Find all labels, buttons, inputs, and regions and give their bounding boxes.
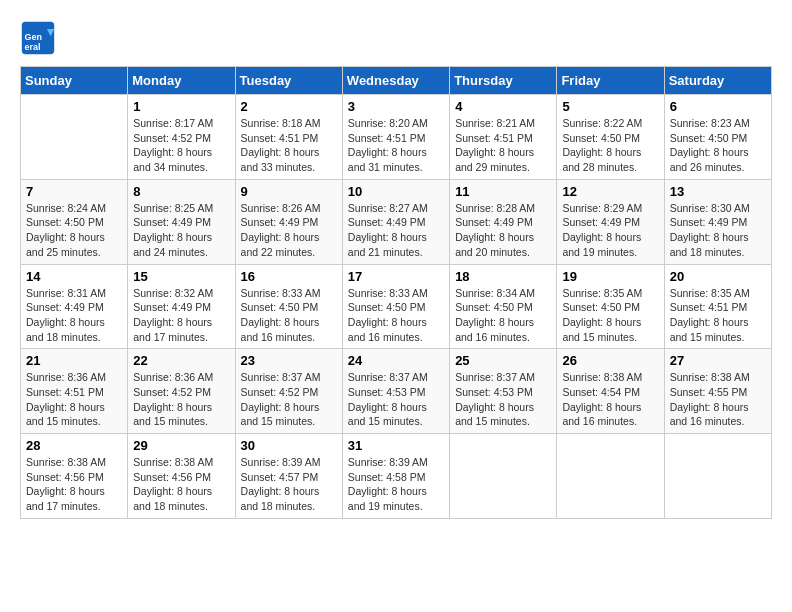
header-day-monday: Monday <box>128 67 235 95</box>
calendar-cell: 16Sunrise: 8:33 AMSunset: 4:50 PMDayligh… <box>235 264 342 349</box>
calendar-cell: 20Sunrise: 8:35 AMSunset: 4:51 PMDayligh… <box>664 264 771 349</box>
calendar-cell: 8Sunrise: 8:25 AMSunset: 4:49 PMDaylight… <box>128 179 235 264</box>
day-info: Sunrise: 8:33 AMSunset: 4:50 PMDaylight:… <box>348 286 444 345</box>
day-info: Sunrise: 8:36 AMSunset: 4:52 PMDaylight:… <box>133 370 229 429</box>
day-info: Sunrise: 8:34 AMSunset: 4:50 PMDaylight:… <box>455 286 551 345</box>
day-number: 17 <box>348 269 444 284</box>
calendar-cell: 24Sunrise: 8:37 AMSunset: 4:53 PMDayligh… <box>342 349 449 434</box>
header-day-sunday: Sunday <box>21 67 128 95</box>
calendar-cell: 1Sunrise: 8:17 AMSunset: 4:52 PMDaylight… <box>128 95 235 180</box>
day-number: 26 <box>562 353 658 368</box>
day-number: 22 <box>133 353 229 368</box>
day-info: Sunrise: 8:38 AMSunset: 4:54 PMDaylight:… <box>562 370 658 429</box>
day-number: 25 <box>455 353 551 368</box>
calendar-cell: 29Sunrise: 8:38 AMSunset: 4:56 PMDayligh… <box>128 434 235 519</box>
svg-text:eral: eral <box>25 42 41 52</box>
calendar-week-1: 1Sunrise: 8:17 AMSunset: 4:52 PMDaylight… <box>21 95 772 180</box>
day-number: 3 <box>348 99 444 114</box>
calendar-cell: 14Sunrise: 8:31 AMSunset: 4:49 PMDayligh… <box>21 264 128 349</box>
day-number: 10 <box>348 184 444 199</box>
day-info: Sunrise: 8:37 AMSunset: 4:53 PMDaylight:… <box>348 370 444 429</box>
header-row: SundayMondayTuesdayWednesdayThursdayFrid… <box>21 67 772 95</box>
day-number: 7 <box>26 184 122 199</box>
logo-icon: Gen eral <box>20 20 56 56</box>
header-day-wednesday: Wednesday <box>342 67 449 95</box>
header-day-tuesday: Tuesday <box>235 67 342 95</box>
calendar-cell <box>21 95 128 180</box>
calendar-cell: 19Sunrise: 8:35 AMSunset: 4:50 PMDayligh… <box>557 264 664 349</box>
day-number: 30 <box>241 438 337 453</box>
calendar-cell: 2Sunrise: 8:18 AMSunset: 4:51 PMDaylight… <box>235 95 342 180</box>
calendar-cell: 15Sunrise: 8:32 AMSunset: 4:49 PMDayligh… <box>128 264 235 349</box>
calendar-week-2: 7Sunrise: 8:24 AMSunset: 4:50 PMDaylight… <box>21 179 772 264</box>
day-number: 2 <box>241 99 337 114</box>
day-info: Sunrise: 8:36 AMSunset: 4:51 PMDaylight:… <box>26 370 122 429</box>
day-number: 1 <box>133 99 229 114</box>
calendar-cell: 30Sunrise: 8:39 AMSunset: 4:57 PMDayligh… <box>235 434 342 519</box>
calendar-table: SundayMondayTuesdayWednesdayThursdayFrid… <box>20 66 772 519</box>
calendar-week-5: 28Sunrise: 8:38 AMSunset: 4:56 PMDayligh… <box>21 434 772 519</box>
day-number: 24 <box>348 353 444 368</box>
day-info: Sunrise: 8:24 AMSunset: 4:50 PMDaylight:… <box>26 201 122 260</box>
calendar-cell: 12Sunrise: 8:29 AMSunset: 4:49 PMDayligh… <box>557 179 664 264</box>
calendar-header: SundayMondayTuesdayWednesdayThursdayFrid… <box>21 67 772 95</box>
day-number: 12 <box>562 184 658 199</box>
day-number: 16 <box>241 269 337 284</box>
day-number: 15 <box>133 269 229 284</box>
page-header: Gen eral <box>20 20 772 56</box>
day-info: Sunrise: 8:21 AMSunset: 4:51 PMDaylight:… <box>455 116 551 175</box>
day-number: 9 <box>241 184 337 199</box>
svg-text:Gen: Gen <box>25 32 43 42</box>
day-number: 5 <box>562 99 658 114</box>
day-info: Sunrise: 8:39 AMSunset: 4:57 PMDaylight:… <box>241 455 337 514</box>
day-number: 21 <box>26 353 122 368</box>
calendar-cell: 11Sunrise: 8:28 AMSunset: 4:49 PMDayligh… <box>450 179 557 264</box>
day-info: Sunrise: 8:17 AMSunset: 4:52 PMDaylight:… <box>133 116 229 175</box>
day-info: Sunrise: 8:33 AMSunset: 4:50 PMDaylight:… <box>241 286 337 345</box>
day-info: Sunrise: 8:29 AMSunset: 4:49 PMDaylight:… <box>562 201 658 260</box>
calendar-cell: 18Sunrise: 8:34 AMSunset: 4:50 PMDayligh… <box>450 264 557 349</box>
day-number: 29 <box>133 438 229 453</box>
day-info: Sunrise: 8:22 AMSunset: 4:50 PMDaylight:… <box>562 116 658 175</box>
calendar-cell: 31Sunrise: 8:39 AMSunset: 4:58 PMDayligh… <box>342 434 449 519</box>
day-info: Sunrise: 8:30 AMSunset: 4:49 PMDaylight:… <box>670 201 766 260</box>
day-info: Sunrise: 8:27 AMSunset: 4:49 PMDaylight:… <box>348 201 444 260</box>
day-number: 11 <box>455 184 551 199</box>
day-info: Sunrise: 8:32 AMSunset: 4:49 PMDaylight:… <box>133 286 229 345</box>
calendar-cell: 13Sunrise: 8:30 AMSunset: 4:49 PMDayligh… <box>664 179 771 264</box>
day-info: Sunrise: 8:38 AMSunset: 4:56 PMDaylight:… <box>133 455 229 514</box>
calendar-cell: 28Sunrise: 8:38 AMSunset: 4:56 PMDayligh… <box>21 434 128 519</box>
calendar-cell: 9Sunrise: 8:26 AMSunset: 4:49 PMDaylight… <box>235 179 342 264</box>
calendar-cell: 25Sunrise: 8:37 AMSunset: 4:53 PMDayligh… <box>450 349 557 434</box>
day-info: Sunrise: 8:26 AMSunset: 4:49 PMDaylight:… <box>241 201 337 260</box>
calendar-cell: 6Sunrise: 8:23 AMSunset: 4:50 PMDaylight… <box>664 95 771 180</box>
calendar-cell: 23Sunrise: 8:37 AMSunset: 4:52 PMDayligh… <box>235 349 342 434</box>
calendar-cell: 27Sunrise: 8:38 AMSunset: 4:55 PMDayligh… <box>664 349 771 434</box>
calendar-week-3: 14Sunrise: 8:31 AMSunset: 4:49 PMDayligh… <box>21 264 772 349</box>
day-info: Sunrise: 8:28 AMSunset: 4:49 PMDaylight:… <box>455 201 551 260</box>
day-number: 28 <box>26 438 122 453</box>
day-info: Sunrise: 8:38 AMSunset: 4:55 PMDaylight:… <box>670 370 766 429</box>
calendar-week-4: 21Sunrise: 8:36 AMSunset: 4:51 PMDayligh… <box>21 349 772 434</box>
calendar-cell: 5Sunrise: 8:22 AMSunset: 4:50 PMDaylight… <box>557 95 664 180</box>
calendar-cell: 3Sunrise: 8:20 AMSunset: 4:51 PMDaylight… <box>342 95 449 180</box>
calendar-cell <box>557 434 664 519</box>
day-info: Sunrise: 8:37 AMSunset: 4:52 PMDaylight:… <box>241 370 337 429</box>
calendar-cell: 4Sunrise: 8:21 AMSunset: 4:51 PMDaylight… <box>450 95 557 180</box>
calendar-cell: 7Sunrise: 8:24 AMSunset: 4:50 PMDaylight… <box>21 179 128 264</box>
day-number: 31 <box>348 438 444 453</box>
day-number: 6 <box>670 99 766 114</box>
day-info: Sunrise: 8:18 AMSunset: 4:51 PMDaylight:… <box>241 116 337 175</box>
day-number: 8 <box>133 184 229 199</box>
day-number: 18 <box>455 269 551 284</box>
header-day-saturday: Saturday <box>664 67 771 95</box>
day-number: 20 <box>670 269 766 284</box>
calendar-cell <box>450 434 557 519</box>
logo: Gen eral <box>20 20 60 56</box>
calendar-body: 1Sunrise: 8:17 AMSunset: 4:52 PMDaylight… <box>21 95 772 519</box>
day-info: Sunrise: 8:39 AMSunset: 4:58 PMDaylight:… <box>348 455 444 514</box>
day-number: 4 <box>455 99 551 114</box>
calendar-cell: 22Sunrise: 8:36 AMSunset: 4:52 PMDayligh… <box>128 349 235 434</box>
day-info: Sunrise: 8:37 AMSunset: 4:53 PMDaylight:… <box>455 370 551 429</box>
day-number: 23 <box>241 353 337 368</box>
